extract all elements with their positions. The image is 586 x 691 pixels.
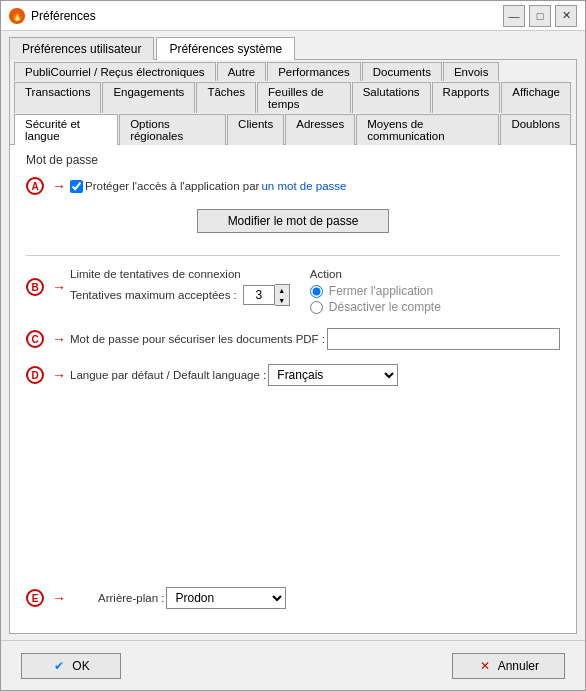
cancel-button[interactable]: ✕ Annuler xyxy=(452,653,565,679)
arrow-e: → xyxy=(52,590,66,606)
tab-documents[interactable]: Documents xyxy=(362,62,442,81)
pdf-password-input[interactable] xyxy=(327,328,560,350)
checkbox-label-link: un mot de passe xyxy=(261,180,346,192)
ok-icon: ✔ xyxy=(52,659,66,673)
cancel-label: Annuler xyxy=(498,659,539,673)
arrow-c: → xyxy=(52,331,66,347)
radio-row-2: Désactiver le compte xyxy=(310,300,441,314)
tab-preferences-utilisateur[interactable]: Préférences utilisateur xyxy=(9,37,154,60)
section-b-labels: Limite de tentatives de connexion Tentat… xyxy=(70,268,290,306)
background-label: Arrière-plan : xyxy=(98,592,164,604)
cancel-icon: ✕ xyxy=(478,659,492,673)
modify-password-button[interactable]: Modifier le mot de passe xyxy=(197,209,390,233)
spin-up-button[interactable]: ▲ xyxy=(275,285,289,295)
arrow-b: → xyxy=(52,279,66,295)
spin-down-button[interactable]: ▼ xyxy=(275,295,289,305)
language-label: Langue par défaut / Default language : xyxy=(70,369,266,381)
spin-buttons: ▲ ▼ xyxy=(275,284,290,306)
annotation-d: D xyxy=(26,366,44,384)
modify-btn-container: Modifier le mot de passe xyxy=(26,205,560,243)
inner-panel: Mot de passe A → Protéger l'accès à l'ap… xyxy=(10,145,576,633)
section-c-row: C → Mot de passe pour sécuriser les docu… xyxy=(26,328,560,350)
close-button[interactable]: ✕ xyxy=(555,5,577,27)
tab-salutations[interactable]: Salutations xyxy=(352,82,431,113)
tab-performances[interactable]: Performances xyxy=(267,62,361,81)
section-a-row: A → Protéger l'accès à l'application par… xyxy=(26,177,560,195)
language-select[interactable]: Français English xyxy=(268,364,398,386)
section-b-action: Action Fermer l'application Désactiver l… xyxy=(310,268,441,314)
checkbox-label-text: Protéger l'accès à l'application par xyxy=(85,180,259,192)
tab-taches[interactable]: Tâches xyxy=(196,82,256,113)
preferences-window: 🔥 Préférences — □ ✕ Préférences utilisat… xyxy=(0,0,586,691)
attempts-spinner: ▲ ▼ xyxy=(243,284,290,306)
maximize-button[interactable]: □ xyxy=(529,5,551,27)
inner-tab-rows: PubliCourriel / Reçus électroniques Autr… xyxy=(10,60,576,145)
radio-desactiver[interactable] xyxy=(310,301,323,314)
tab-adresses[interactable]: Adresses xyxy=(285,114,355,145)
annotation-e: E xyxy=(26,589,44,607)
tab-options-regionales[interactable]: Options régionales xyxy=(119,114,226,145)
app-icon: 🔥 xyxy=(9,8,25,24)
radio-desactiver-label: Désactiver le compte xyxy=(329,300,441,314)
tab-envois[interactable]: Envois xyxy=(443,62,500,81)
arrow-a: → xyxy=(52,178,66,194)
tab-publicourriel[interactable]: PubliCourriel / Reçus électroniques xyxy=(14,62,216,81)
inner-tab-row-3: Sécurité et langue Options régionales Cl… xyxy=(10,112,576,144)
radio-row-1: Fermer l'application xyxy=(310,284,441,298)
radio-fermer[interactable] xyxy=(310,285,323,298)
section-d-row: D → Langue par défaut / Default language… xyxy=(26,364,560,386)
password-protect-checkbox[interactable] xyxy=(70,180,83,193)
section-b-inner: B → Limite de tentatives de connexion Te… xyxy=(26,268,560,314)
tab-engagements[interactable]: Engagements xyxy=(102,82,195,113)
background-select[interactable]: Prodon Défaut xyxy=(166,587,286,609)
window-body: Préférences utilisateur Préférences syst… xyxy=(1,31,585,640)
tab-autre[interactable]: Autre xyxy=(217,62,267,81)
tab-securite-et-langue[interactable]: Sécurité et langue xyxy=(14,114,118,145)
annotation-c: C xyxy=(26,330,44,348)
top-tab-row: Préférences utilisateur Préférences syst… xyxy=(9,37,577,60)
spacer xyxy=(26,392,560,581)
inner-tabs-area: PubliCourriel / Reçus électroniques Autr… xyxy=(9,60,577,634)
password-section-title: Mot de passe xyxy=(26,153,560,167)
bottom-bar: ✔ OK ✕ Annuler xyxy=(1,640,585,690)
annotation-a: A xyxy=(26,177,44,195)
tab-moyens-communication[interactable]: Moyens de communication xyxy=(356,114,499,145)
tab-clients[interactable]: Clients xyxy=(227,114,284,145)
tab-preferences-systeme[interactable]: Préférences système xyxy=(156,37,295,60)
annotation-b: B xyxy=(26,278,44,296)
section-e-row: E → Arrière-plan : Prodon Défaut xyxy=(26,587,560,609)
title-bar-controls: — □ ✕ xyxy=(503,5,577,27)
tab-rapports[interactable]: Rapports xyxy=(432,82,501,113)
section-b-left: B → Limite de tentatives de connexion Te… xyxy=(26,268,290,306)
title-bar: 🔥 Préférences — □ ✕ xyxy=(1,1,585,31)
attempts-input[interactable] xyxy=(243,285,275,305)
tab-doublons[interactable]: Doublons xyxy=(500,114,571,145)
arrow-d: → xyxy=(52,367,66,383)
attempts-label: Tentatives maximum acceptées : xyxy=(70,289,237,301)
separator-1 xyxy=(26,255,560,256)
attempts-row: Tentatives maximum acceptées : ▲ ▼ xyxy=(70,284,290,306)
tab-affichage[interactable]: Affichage xyxy=(501,82,571,113)
limit-label: Limite de tentatives de connexion xyxy=(70,268,290,280)
tab-feuilles-de-temps[interactable]: Feuilles de temps xyxy=(257,82,351,113)
radio-fermer-label: Fermer l'application xyxy=(329,284,433,298)
tab-transactions[interactable]: Transactions xyxy=(14,82,101,113)
ok-button[interactable]: ✔ OK xyxy=(21,653,121,679)
inner-tab-row-2: Transactions Engagements Tâches Feuilles… xyxy=(10,80,576,112)
minimize-button[interactable]: — xyxy=(503,5,525,27)
section-b: B → Limite de tentatives de connexion Te… xyxy=(26,268,560,314)
pdf-label: Mot de passe pour sécuriser les document… xyxy=(70,333,325,345)
window-title: Préférences xyxy=(31,9,96,23)
ok-label: OK xyxy=(72,659,89,673)
inner-tab-row-1: PubliCourriel / Reçus électroniques Autr… xyxy=(10,60,576,80)
title-bar-left: 🔥 Préférences xyxy=(9,8,96,24)
action-title: Action xyxy=(310,268,441,280)
